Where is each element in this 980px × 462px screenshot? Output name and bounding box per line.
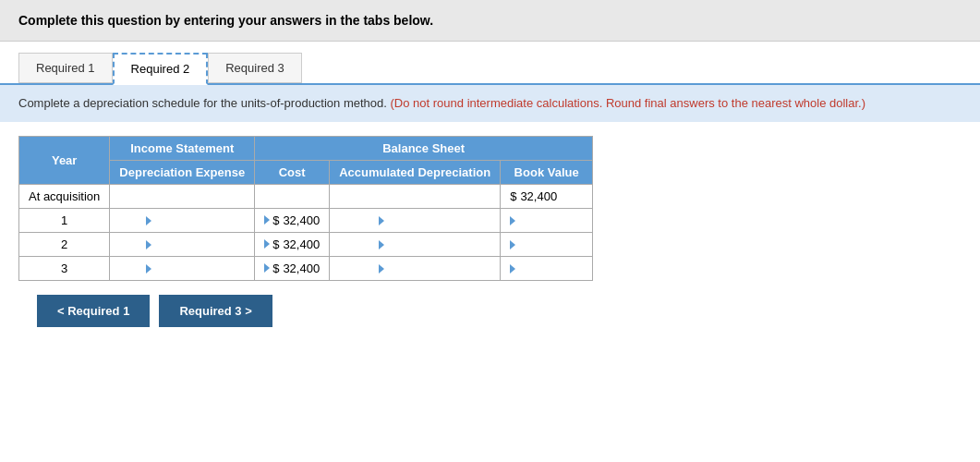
col-accum-dep-header: Accumulated Depreciation: [330, 160, 501, 184]
dep-expense-input[interactable]: [154, 261, 219, 275]
nav-buttons: < Required 1 Required 3 >: [18, 295, 962, 327]
dep-expense-cell[interactable]: [110, 256, 255, 280]
col-balance-header: Balance Sheet: [255, 136, 593, 160]
dep-expense-cell: [110, 184, 255, 208]
info-text-red: (Do not round intermediate calculations.…: [391, 96, 866, 110]
dep-expense-cell[interactable]: [110, 208, 255, 232]
instruction-bar: Complete this question by entering your …: [0, 0, 980, 42]
book-value-cell: $ 32,400: [501, 184, 593, 208]
tab-required3[interactable]: Required 3: [208, 53, 302, 83]
accum-dep-cell[interactable]: [330, 232, 501, 256]
tab-required1[interactable]: Required 1: [18, 53, 113, 83]
info-text-plain: Complete a depreciation schedule for the…: [18, 96, 387, 110]
book-value-input[interactable]: [518, 213, 583, 227]
col-cost-header: Cost: [255, 160, 330, 184]
cost-value: 32,400: [283, 237, 320, 251]
col-dep-exp-header: Depreciation Expense: [110, 160, 255, 184]
table-row: 2$32,400: [19, 232, 593, 256]
instruction-text: Complete this question by entering your …: [18, 13, 433, 28]
cost-dollar-sign: $: [272, 213, 279, 227]
book-value-dollar-sign: $: [510, 189, 516, 203]
prev-button[interactable]: < Required 1: [37, 295, 150, 327]
year-cell: At acquisition: [19, 184, 110, 208]
cost-dollar-sign: $: [272, 261, 279, 275]
year-cell: 2: [19, 232, 110, 256]
dep-expense-input[interactable]: [154, 237, 219, 251]
tabs-container: Required 1 Required 2 Required 3: [0, 42, 980, 85]
table-row: 3$32,400: [19, 256, 593, 280]
year-cell: 1: [19, 208, 110, 232]
content-area: Year Income Statement Balance Sheet Depr…: [0, 122, 980, 341]
cost-cell: [255, 184, 330, 208]
dep-expense-input[interactable]: [154, 213, 219, 227]
cost-dollar-sign: $: [272, 237, 279, 251]
year-cell: 3: [19, 256, 110, 280]
col-book-value-header: Book Value: [501, 160, 593, 184]
accum-dep-cell[interactable]: [330, 256, 501, 280]
dep-expense-cell[interactable]: [110, 232, 255, 256]
book-value-input[interactable]: [518, 237, 583, 251]
accum-dep-cell: [330, 184, 501, 208]
cost-cell: $32,400: [255, 256, 330, 280]
tab-required2[interactable]: Required 2: [113, 53, 209, 85]
book-value-cell[interactable]: [501, 232, 593, 256]
book-value-cell[interactable]: [501, 256, 593, 280]
cost-value: 32,400: [283, 213, 320, 227]
cost-cell: $32,400: [255, 232, 330, 256]
table-row: At acquisition$ 32,400: [19, 184, 593, 208]
accum-dep-cell[interactable]: [330, 208, 501, 232]
accum-dep-input[interactable]: [387, 261, 452, 275]
depreciation-table: Year Income Statement Balance Sheet Depr…: [18, 136, 593, 281]
book-value-value: 32,400: [520, 189, 557, 203]
book-value-cell[interactable]: [501, 208, 593, 232]
accum-dep-input[interactable]: [387, 213, 452, 227]
accum-dep-input[interactable]: [387, 237, 452, 251]
info-box: Complete a depreciation schedule for the…: [0, 85, 980, 122]
book-value-input[interactable]: [518, 261, 583, 275]
col-income-header: Income Statement: [110, 136, 255, 160]
cost-cell: $32,400: [255, 208, 330, 232]
next-button[interactable]: Required 3 >: [159, 295, 272, 327]
table-row: 1$32,400: [19, 208, 593, 232]
cost-value: 32,400: [283, 261, 320, 275]
col-year-header: Year: [19, 136, 110, 184]
